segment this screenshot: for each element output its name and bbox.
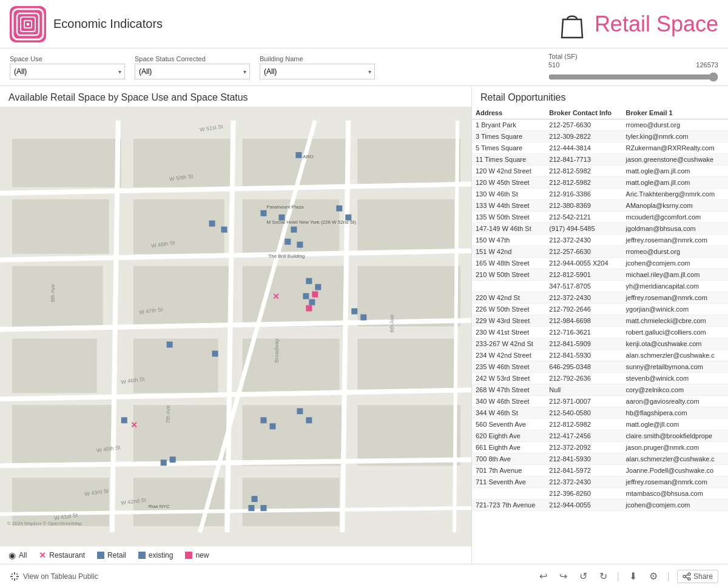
svg-text:✕: ✕ bbox=[130, 420, 138, 430]
table-cell-2: yh@meridiancapital.com bbox=[622, 281, 728, 292]
svg-text:ARO: ARO bbox=[303, 154, 313, 159]
table-cell-0: 661 Eighth Ave bbox=[472, 442, 545, 453]
svg-text:Row NYC: Row NYC bbox=[149, 504, 170, 509]
svg-rect-8 bbox=[12, 199, 109, 254]
table-cell-1: 212-971-0007 bbox=[545, 396, 622, 407]
share-label: Share bbox=[693, 572, 713, 581]
svg-rect-19 bbox=[242, 139, 345, 187]
table-cell-1: 212-444-3814 bbox=[545, 142, 622, 154]
table-row: 1 Bryant Park212-257-6630rromeo@durst.or… bbox=[472, 119, 728, 131]
tableau-public-link[interactable]: View on Tableau Public bbox=[10, 572, 98, 581]
svg-text:© 2024 Mapbox  © OpenStreetMap: © 2024 Mapbox © OpenStreetMap bbox=[7, 521, 83, 526]
settings-button[interactable]: ⚙ bbox=[647, 569, 660, 583]
filters-bar: Space Use (All) Space Status Corrected (… bbox=[0, 48, 728, 86]
svg-rect-114 bbox=[16, 573, 18, 575]
svg-rect-79 bbox=[212, 350, 218, 356]
table-row: 220 W 42nd St212-372-2430jeffrey.roseman… bbox=[472, 292, 728, 304]
svg-rect-113 bbox=[12, 573, 13, 575]
svg-rect-16 bbox=[133, 338, 218, 393]
table-row: 135 W 50th Street212-542-2121mcoudert@gc… bbox=[472, 212, 728, 223]
svg-rect-63 bbox=[336, 205, 342, 212]
building-name-select[interactable]: (All) bbox=[260, 64, 375, 79]
total-sf-label: Total (SF) bbox=[548, 53, 578, 60]
share-button[interactable]: Share bbox=[677, 570, 718, 583]
table-wrapper[interactable]: Address Broker Contact Info Broker Email… bbox=[472, 107, 728, 564]
svg-rect-15 bbox=[133, 266, 231, 327]
svg-line-120 bbox=[686, 575, 688, 576]
table-cell-0: 235 W 46th Street bbox=[472, 361, 545, 373]
table-cell-2: sunny@retailbymona.com bbox=[622, 361, 728, 373]
undo-button[interactable]: ↩ bbox=[537, 569, 550, 583]
space-use-select[interactable]: (All) bbox=[10, 64, 125, 79]
table-cell-2: robert.galluci@colliers.com bbox=[622, 327, 728, 338]
table-cell-0: 135 W 50th Street bbox=[472, 212, 545, 223]
table-cell-1: 212-812-5901 bbox=[545, 269, 622, 281]
table-cell-0: 120 W 42nd Street bbox=[472, 165, 545, 177]
forward-button[interactable]: ↻ bbox=[597, 569, 610, 583]
total-sf-slider[interactable] bbox=[548, 72, 718, 82]
back-button[interactable]: ↺ bbox=[577, 569, 590, 583]
table-cell-1: 212-716-3621 bbox=[545, 327, 622, 338]
svg-rect-115 bbox=[12, 578, 13, 580]
table-row: 242 W 53rd Street212-792-2636stevenb@win… bbox=[472, 373, 728, 384]
table-row: 130 W 46th St212-916-3386Aric.Trakhtenbe… bbox=[472, 189, 728, 200]
svg-rect-82 bbox=[161, 459, 167, 466]
space-use-select-wrapper[interactable]: (All) bbox=[10, 64, 125, 79]
svg-rect-107 bbox=[138, 552, 146, 559]
table-cell-2: jeffrey.roseman@nmrk.com bbox=[622, 292, 728, 304]
svg-rect-67 bbox=[306, 278, 312, 284]
table-cell-2: AManopla@ksrny.com bbox=[622, 200, 728, 212]
col-broker-contact: Broker Contact Info bbox=[545, 107, 622, 119]
space-status-filter: Space Status Corrected (All) bbox=[135, 55, 250, 79]
table-row: 340 W 46th Street212-971-0007aaron@gavio… bbox=[472, 396, 728, 407]
table-cell-0: 233-267 W 42nd St bbox=[472, 338, 545, 350]
table-row: 226 W 50th Street212-792-2646ygorjian@wi… bbox=[472, 304, 728, 315]
table-cell-2: aaron@gaviosrealty.com bbox=[622, 396, 728, 407]
svg-text:The Brill Building: The Brill Building bbox=[268, 253, 305, 259]
map-svg: W 51st St W 50th St W 48th St W 47th St … bbox=[0, 107, 471, 546]
table-cell-2: jgoldman@bhsusa.com bbox=[622, 223, 728, 235]
redo-button[interactable]: ↪ bbox=[557, 569, 570, 583]
legend-all: ◉ All bbox=[8, 550, 27, 560]
table-row: 234 W 42nd Street212-841-5930alan.schmer… bbox=[472, 350, 728, 361]
svg-rect-73 bbox=[260, 417, 266, 423]
building-name-select-wrapper[interactable]: (All) bbox=[260, 64, 375, 79]
space-status-select[interactable]: (All) bbox=[135, 64, 250, 79]
bottom-bar: View on Tableau Public ↩ ↪ ↺ ↻ | ⬇ ⚙ | S… bbox=[0, 564, 728, 588]
svg-text:✕: ✕ bbox=[272, 292, 280, 301]
svg-rect-81 bbox=[170, 456, 176, 463]
svg-rect-26 bbox=[357, 199, 454, 254]
table-row: 11 Times Square212-841-7713jason.greenst… bbox=[472, 154, 728, 165]
download-button[interactable]: ⬇ bbox=[627, 569, 639, 583]
table-row: 5 Times Square212-444-3814RZukerman@RXRR… bbox=[472, 142, 728, 154]
legend-existing: existing bbox=[138, 551, 174, 560]
table-cell-0: 229 W 43rd Street bbox=[472, 315, 545, 327]
table-cell-0: 150 W 47th bbox=[472, 235, 545, 246]
total-sf-range: Total (SF) bbox=[548, 53, 718, 60]
svg-rect-77 bbox=[248, 505, 254, 511]
table-cell-1: 212-540-0580 bbox=[545, 407, 622, 419]
svg-rect-29 bbox=[357, 405, 460, 466]
table-row: 3 Times Square212-309-2822tyler.king@nmr… bbox=[472, 131, 728, 142]
svg-rect-22 bbox=[242, 338, 339, 393]
table-cell-2: matt.ogle@am.jll.com bbox=[622, 177, 728, 189]
table-cell-1: 212-792-2646 bbox=[545, 304, 622, 315]
svg-rect-109 bbox=[14, 572, 15, 575]
map-container[interactable]: W 51st St W 50th St W 48th St W 47th St … bbox=[0, 107, 471, 546]
svg-rect-59 bbox=[285, 239, 291, 245]
table-row: 560 Seventh Ave212-812-5982matt.ogle@jll… bbox=[472, 419, 728, 430]
table-cell-2: jcohen@comjem.com bbox=[622, 258, 728, 269]
new-icon bbox=[185, 552, 192, 559]
table-header-row: Address Broker Contact Info Broker Email… bbox=[472, 107, 728, 119]
table-cell-2: jason.greenstone@cushwake bbox=[622, 154, 728, 165]
svg-rect-75 bbox=[251, 496, 257, 502]
svg-rect-70 bbox=[309, 299, 315, 306]
table-cell-2: jeffrey.roseman@nmrk.com bbox=[622, 476, 728, 488]
svg-rect-10 bbox=[12, 338, 97, 393]
table-cell-0 bbox=[472, 281, 545, 292]
table-cell-2: RZukerman@RXRRealty.com bbox=[622, 142, 728, 154]
space-status-select-wrapper[interactable]: (All) bbox=[135, 64, 250, 79]
table-cell-0: 701 7th Avenue bbox=[472, 465, 545, 476]
table-row: 347-517-8705yh@meridiancapital.com bbox=[472, 281, 728, 292]
legend-retail-label: Retail bbox=[107, 551, 126, 560]
